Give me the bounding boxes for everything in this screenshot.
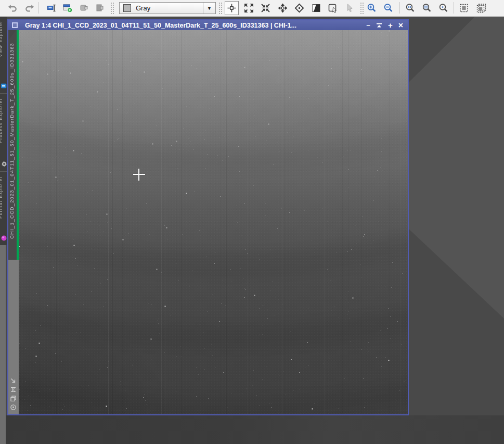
chevron-down-icon: ▼ (207, 6, 212, 11)
pan-mode-button[interactable] (276, 1, 290, 15)
cascade-windows-icon[interactable] (10, 395, 17, 402)
zoom-1-1-icon (405, 3, 415, 13)
hot-pixels (19, 30, 19, 31)
undo-button[interactable] (5, 1, 19, 15)
fit-view-button[interactable] (457, 1, 471, 15)
pixinsight-application: Gray ▼ (0, 0, 504, 444)
zoom-in-button[interactable] (365, 1, 379, 15)
column-defect-line (112, 30, 113, 414)
track-cursor-icon (227, 3, 237, 13)
zoom-out-icon (383, 3, 393, 13)
redo-button[interactable] (23, 1, 37, 15)
expand-arrows-icon (244, 3, 254, 13)
column-defect-line (248, 30, 248, 414)
minimize-button[interactable]: − (366, 22, 370, 29)
shade-button[interactable] (376, 22, 382, 29)
dock-tab-label: Format Explorer (0, 176, 3, 219)
rect-select-icon (328, 3, 338, 13)
column-defect-line (39, 30, 40, 414)
image-window-titlebar[interactable]: Gray 1:4 CHI_1_CCD_2023_01_04T11_51_50_M… (8, 20, 408, 30)
new-view-button[interactable] (61, 1, 75, 15)
zoom-to-fit-button[interactable] (420, 1, 434, 15)
shade-icon (376, 22, 382, 28)
cursor-select-button[interactable] (343, 1, 357, 15)
main-toolbar: Gray ▼ (0, 0, 504, 17)
toolbar-separator (454, 2, 454, 14)
toolbar-separator (399, 2, 400, 14)
format-explorer-icon (1, 235, 7, 241)
dock-gutter[interactable] (0, 245, 6, 444)
expand-arrows-button[interactable] (242, 1, 256, 15)
sidebar-tab-zone: CHI_1_CCD_2023_01_04T11_51_50_MasterDark… (8, 30, 19, 260)
track-cursor-button[interactable] (225, 1, 239, 15)
toolbar-grip[interactable] (218, 2, 223, 14)
dock-tab-format-explorer[interactable]: Format Explorer (0, 173, 7, 245)
column-defect-line (161, 30, 162, 414)
channel-selector-dropdown-button[interactable]: ▼ (203, 3, 215, 14)
toolbar-grip[interactable] (110, 2, 114, 14)
gear-icon (1, 161, 7, 167)
image-window-title: Gray 1:4 CHI_1_CCD_2023_01_04T11_51_50_M… (25, 22, 366, 29)
pan-mode-icon (278, 3, 288, 13)
column-defect-line (221, 30, 221, 414)
rect-select-button[interactable] (326, 1, 340, 15)
column-defect-line (165, 30, 165, 414)
column-defect-line (342, 30, 343, 414)
duplicate-window-button[interactable] (93, 1, 107, 15)
zoom-integer-button[interactable] (436, 1, 450, 15)
sidebar-mode-buttons (10, 377, 17, 411)
contract-arrows-icon (261, 3, 270, 13)
view-explorer-icon (1, 83, 7, 89)
fit-all-views-icon (476, 3, 486, 13)
image-view[interactable] (19, 30, 408, 414)
column-defect-line (239, 30, 239, 414)
explorer-dock-strip: View Explorer Process Explorer Format Ex… (0, 16, 7, 444)
fit-frame-icon[interactable] (10, 386, 17, 393)
column-defect-line (50, 30, 50, 414)
crosshair-cursor (138, 169, 139, 181)
column-defect-line (400, 30, 401, 414)
column-defect-line (181, 30, 182, 414)
column-defect-line (324, 30, 325, 414)
column-defect-line (348, 30, 348, 414)
dock-tab-process-explorer[interactable]: Process Explorer (0, 95, 7, 172)
contract-arrows-button[interactable] (259, 1, 273, 15)
diagonal-arrow-icon[interactable] (10, 377, 17, 384)
explorer-dock-tabs: View Explorer Process Explorer Format Ex… (0, 16, 7, 245)
image-window-body: CHI_1_CCD_2023_01_04T11_51_50_MasterDark… (8, 30, 408, 414)
sidebar-lower-zone (8, 260, 19, 414)
column-defect-line (361, 30, 361, 414)
duplicate-view-button[interactable] (77, 1, 92, 15)
column-defect-line (56, 30, 57, 414)
column-defect-line (108, 30, 109, 414)
close-button[interactable]: × (398, 22, 403, 29)
fit-view-icon (459, 3, 469, 13)
maximize-button[interactable]: + (388, 22, 393, 29)
column-defect-line (122, 30, 123, 414)
zoom-out-button[interactable] (381, 1, 395, 15)
duplicate-view-icon (80, 3, 89, 13)
gray-swatch-icon (123, 4, 131, 12)
navigate-mode-icon (294, 3, 304, 13)
column-defect-line (21, 30, 21, 414)
image-identifier-label: CHI_1_CCD_2023_01_04T11_51_50_MasterDark… (9, 43, 15, 239)
dock-tab-view-explorer[interactable]: View Explorer (0, 17, 7, 94)
column-defect-line (46, 30, 46, 414)
column-defect-lines (19, 30, 408, 414)
split-preview-button[interactable] (309, 1, 324, 15)
dock-tab-label: Process Explorer (0, 98, 3, 143)
fit-all-views-button[interactable] (474, 1, 488, 15)
rename-view-button[interactable] (45, 1, 59, 15)
image-window-sidebar: CHI_1_CCD_2023_01_04T11_51_50_MasterDark… (8, 30, 19, 414)
image-identifier-tab[interactable]: CHI_1_CCD_2023_01_04T11_51_50_MasterDark… (8, 30, 19, 260)
navigate-mode-button[interactable] (292, 1, 306, 15)
undo-icon (7, 3, 17, 13)
channel-selector-value: Gray (136, 4, 203, 12)
zoom-1-1-button[interactable] (403, 1, 417, 15)
center-target-icon[interactable] (10, 404, 17, 411)
toolbar-grip[interactable] (360, 2, 364, 14)
image-window[interactable]: Gray 1:4 CHI_1_CCD_2023_01_04T11_51_50_M… (7, 19, 409, 415)
channel-selector[interactable]: Gray ▼ (119, 2, 216, 14)
duplicate-window-icon (95, 3, 105, 13)
window-controls: − + × (366, 22, 403, 29)
